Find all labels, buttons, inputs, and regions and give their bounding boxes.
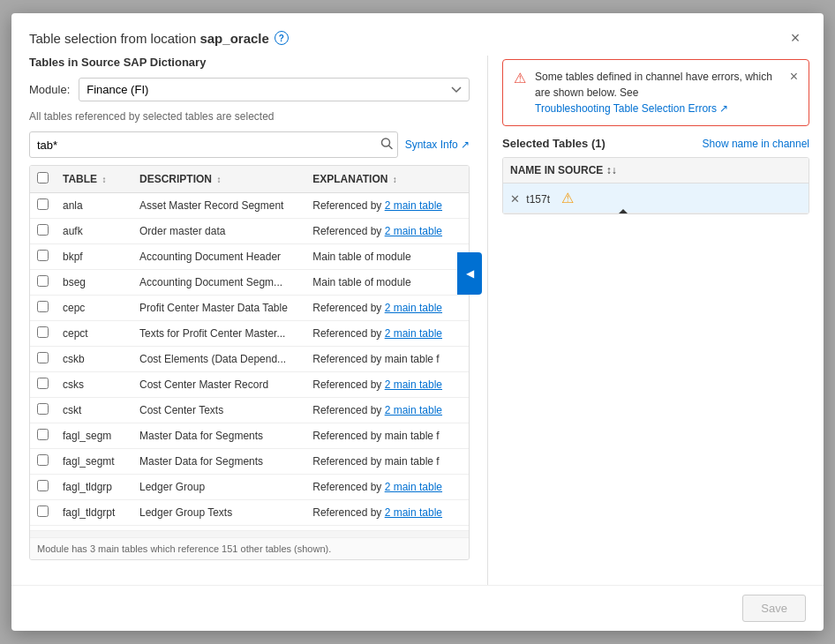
main-table-link[interactable]: 2 main table: [385, 225, 442, 237]
row-explanation: Referenced by 2 main table: [305, 219, 469, 244]
remove-table-button[interactable]: ✕: [510, 192, 520, 206]
module-label: Module:: [29, 83, 70, 96]
table-row: bsegAccounting Document Segm...Main tabl…: [30, 270, 469, 296]
row-checkbox[interactable]: [37, 301, 49, 312]
row-table-name: csks: [56, 372, 132, 398]
table-sort-icon: ↕: [102, 175, 106, 184]
row-checkbox[interactable]: [37, 429, 49, 440]
row-description: Accounting Document Header: [132, 244, 305, 270]
main-table-link[interactable]: 2 main table: [385, 481, 442, 493]
all-tables-note: All tables referenced by selected tables…: [29, 110, 470, 123]
error-banner: ⚠ Some tables defined in channel have er…: [502, 59, 809, 126]
row-explanation: Referenced by main table f: [305, 423, 469, 449]
row-checkbox[interactable]: [37, 198, 49, 210]
show-in-channel-link[interactable]: Show name in channel: [703, 138, 809, 150]
row-table-name: cskt: [56, 398, 132, 423]
row-explanation: Referenced by main table f: [305, 449, 469, 475]
row-explanation: Referenced by 2 main table: [305, 321, 469, 347]
row-description: Cost Elements (Data Depend...: [132, 347, 305, 372]
horizontal-scrollbar[interactable]: [30, 530, 469, 537]
row-explanation: Referenced by 2 main table: [305, 500, 469, 526]
syntax-info-link[interactable]: Syntax Info ↗: [405, 139, 470, 151]
collapse-arrow[interactable]: ◀: [457, 252, 482, 295]
row-description: Cost Center Master Record: [132, 372, 305, 398]
row-checkbox[interactable]: [37, 250, 49, 261]
table-col-header[interactable]: TABLE ↕: [56, 166, 132, 193]
save-button[interactable]: Save: [742, 595, 806, 622]
row-checkbox-cell: [30, 347, 56, 372]
row-checkbox-cell: [30, 500, 56, 526]
data-table: TABLE ↕ DESCRIPTION ↕ EXPLANATION: [30, 166, 469, 530]
modal-overlay: Table selection from location sap_oracle…: [0, 0, 835, 644]
right-panel: ⚠ Some tables defined in channel have er…: [488, 56, 824, 585]
table-row: aufkOrder master dataReferenced by 2 mai…: [30, 219, 469, 244]
row-table-name: fagl_segm: [56, 423, 132, 449]
row-checkbox[interactable]: [37, 403, 49, 415]
left-panel: Tables in Source SAP Dictionary Module: …: [11, 56, 488, 585]
main-table-link[interactable]: 2 main table: [385, 199, 442, 212]
table-scroll[interactable]: TABLE ↕ DESCRIPTION ↕ EXPLANATION: [30, 166, 469, 530]
row-table-name: bkpf: [56, 244, 132, 270]
main-table-link[interactable]: 2 main table: [385, 378, 442, 391]
row-description: Asset Master Record Segment: [132, 193, 305, 219]
svg-line-1: [388, 146, 392, 149]
error-banner-close-button[interactable]: ×: [790, 69, 798, 85]
modal-body: Tables in Source SAP Dictionary Module: …: [11, 56, 824, 585]
selected-tables-header: Selected Tables (1) Show name in channel: [502, 137, 809, 150]
row-table-name: fagl_segmt: [56, 449, 132, 475]
row-description: Ledger Group Texts: [132, 500, 305, 526]
main-table-link[interactable]: 2 main table: [385, 327, 442, 340]
selected-table-cell: ✕ t157t ⚠ Selected without atab, which i…: [503, 183, 809, 213]
row-checkbox[interactable]: [37, 352, 49, 363]
table-row: bkpfAccounting Document HeaderMain table…: [30, 244, 469, 270]
select-all-checkbox[interactable]: [37, 172, 49, 183]
search-input[interactable]: [29, 131, 398, 158]
row-checkbox[interactable]: [37, 480, 49, 491]
table-row: fagl_tldgrptLedger Group TextsReferenced…: [30, 500, 469, 526]
table-row: fagl_tldgrpLedger GroupReferenced by 2 m…: [30, 475, 469, 500]
row-checkbox-cell: [30, 372, 56, 398]
row-table-name: fagl_tldgrp: [56, 475, 132, 500]
table-row: cskbCost Elements (Data Depend...Referen…: [30, 347, 469, 372]
troubleshooting-link[interactable]: Troubleshooting Table Selection Errors ↗: [535, 101, 728, 116]
selected-table: NAME IN SOURCE ↕↓ ✕ t157t: [503, 158, 809, 213]
row-checkbox[interactable]: [37, 326, 49, 338]
module-select[interactable]: Finance (FI) Controlling (CO) Sales (SD): [79, 78, 470, 101]
main-table-link[interactable]: 2 main table: [385, 302, 442, 314]
row-description: Master Data for Segments: [132, 449, 305, 475]
row-checkbox[interactable]: [37, 454, 49, 466]
description-col-header[interactable]: DESCRIPTION ↕: [132, 166, 305, 193]
row-table-name: cepct: [56, 321, 132, 347]
table-row: cepcProfit Center Master Data TableRefer…: [30, 296, 469, 321]
row-checkbox[interactable]: [37, 505, 49, 517]
modal-close-button[interactable]: ×: [785, 27, 806, 49]
row-description: Master Data for Segments: [132, 423, 305, 449]
search-input-wrap: [29, 131, 398, 158]
row-checkbox[interactable]: [37, 275, 49, 287]
description-col-label: DESCRIPTION: [139, 173, 212, 185]
explanation-col-header[interactable]: EXPLANATION ↕: [305, 166, 469, 193]
row-checkbox-cell: [30, 296, 56, 321]
description-sort-icon: ↕: [216, 175, 221, 184]
module-row: Module: Finance (FI) Controlling (CO) Sa…: [29, 78, 470, 101]
main-table-link[interactable]: 2 main table: [385, 506, 442, 519]
table-row: csktCost Center TextsReferenced by 2 mai…: [30, 398, 469, 423]
main-table-link[interactable]: 2 main table: [385, 404, 442, 416]
selected-name-col-header[interactable]: NAME IN SOURCE ↕↓: [503, 158, 809, 183]
row-explanation: Referenced by 2 main table: [305, 193, 469, 219]
row-table-name: aufk: [56, 219, 132, 244]
row-checkbox[interactable]: [37, 224, 49, 236]
row-checkbox-cell: [30, 321, 56, 347]
warning-icon[interactable]: ⚠: [561, 191, 574, 206]
selected-table-row: ✕ t157t ⚠ Selected without atab, which i…: [503, 183, 809, 213]
row-checkbox-cell: [30, 475, 56, 500]
row-explanation: Referenced by 2 main table: [305, 296, 469, 321]
modal-title: Table selection from location sap_oracle: [29, 31, 269, 46]
error-text-content: Some tables defined in channel have erro…: [535, 69, 781, 116]
explanation-col-label: EXPLANATION: [312, 173, 387, 185]
row-description: Texts for Profit Center Master...: [132, 321, 305, 347]
row-table-name: bseg: [56, 270, 132, 296]
row-checkbox[interactable]: [37, 378, 49, 389]
search-button[interactable]: [377, 134, 396, 156]
help-icon[interactable]: ?: [275, 31, 289, 45]
